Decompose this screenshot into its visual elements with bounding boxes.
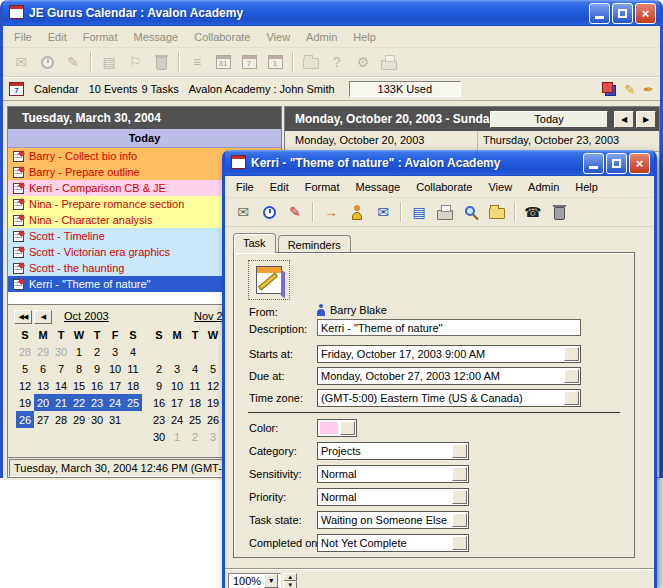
mailsend-button[interactable]: ✉ [371, 201, 395, 223]
calendar-day[interactable]: 29 [34, 343, 52, 360]
prev-year-button[interactable]: ◀◀ [14, 310, 32, 324]
calendar-day[interactable]: 17 [106, 377, 124, 394]
calendar-day[interactable]: 17 [168, 394, 186, 411]
calendar-day[interactable]: 29 [70, 411, 88, 428]
zoom-dropdown-button[interactable]: ▼ [264, 574, 278, 588]
calendar-day[interactable]: 10 [106, 360, 124, 377]
chevron-down-icon[interactable] [452, 536, 467, 550]
menu-item-format[interactable]: Format [75, 29, 126, 45]
forward-button[interactable]: → [319, 201, 343, 223]
calendar-day[interactable]: 3 [106, 343, 124, 360]
spin-up-button[interactable]: ▲ [283, 573, 297, 581]
chevron-down-icon[interactable] [452, 467, 467, 481]
menu-item-view[interactable]: View [258, 29, 298, 45]
spin-down-button[interactable]: ▼ [283, 581, 297, 588]
dialog-maximize-button[interactable] [606, 153, 627, 174]
zoom-control[interactable]: 100% ▼ [228, 573, 281, 588]
calendar-day[interactable]: 19 [204, 394, 222, 411]
dialog-titlebar[interactable]: Kerri - "Theme of nature" : Avalon Acade… [225, 150, 654, 176]
calendar-day[interactable]: 8 [70, 360, 88, 377]
calendar-day[interactable]: 11 [186, 377, 204, 394]
chevron-down-icon[interactable] [452, 513, 467, 527]
zoom-spinner[interactable]: ▲ ▼ [283, 573, 297, 588]
close-button[interactable]: × [635, 3, 656, 24]
calendar-day[interactable]: 4 [186, 360, 204, 377]
chevron-down-icon[interactable] [452, 444, 467, 458]
calendar-day[interactable]: 30 [88, 411, 106, 428]
envelope-button[interactable]: ✉ [231, 201, 255, 223]
color-dropdown[interactable] [317, 419, 357, 437]
tab-task[interactable]: Task [233, 233, 276, 253]
description-input[interactable]: Kerri - "Theme of nature" [317, 319, 581, 336]
calendar-day[interactable]: 12 [16, 377, 34, 394]
calendar-day[interactable]: 4 [124, 343, 142, 360]
prev-week-button[interactable]: ◀ [614, 111, 634, 128]
calendar-day[interactable]: 24 [106, 394, 124, 411]
calendar-day[interactable]: 21 [52, 394, 70, 411]
calendar-day[interactable]: 3 [204, 428, 222, 445]
menu-item-edit[interactable]: Edit [262, 179, 297, 195]
sensitivity-dropdown[interactable]: Normal [317, 465, 469, 483]
signature-pen-icon[interactable]: ✒ [643, 82, 654, 97]
clock-button[interactable] [257, 201, 281, 223]
chevron-down-icon[interactable] [564, 369, 579, 383]
calendar-day[interactable]: 30 [52, 343, 70, 360]
chevron-down-icon[interactable] [564, 391, 579, 405]
note-button[interactable]: ✎ [283, 201, 307, 223]
task-state-dropdown[interactable]: Waiting on Someone Else [317, 511, 469, 529]
calendar-day[interactable]: 14 [52, 377, 70, 394]
menu-item-message[interactable]: Message [126, 29, 187, 45]
next-week-button[interactable]: ▶ [636, 111, 656, 128]
today-button[interactable]: Today [490, 111, 608, 128]
prev-month-button[interactable]: ◀ [34, 310, 52, 324]
calendar-day[interactable]: 10 [168, 377, 186, 394]
calendar-day[interactable]: 5 [16, 360, 34, 377]
pencil-icon[interactable]: ✎ [624, 82, 635, 97]
calendar-day[interactable]: 31 [106, 411, 124, 428]
person-button[interactable] [345, 201, 369, 223]
dialog-close-button[interactable]: × [629, 153, 650, 174]
calendar-day[interactable]: 1 [168, 428, 186, 445]
calendar-day[interactable]: 7 [52, 360, 70, 377]
due-at-dropdown[interactable]: Monday, October 27, 2003 12:00 AM [317, 367, 581, 385]
calendar-day[interactable]: 13 [34, 377, 52, 394]
calendar-day[interactable]: 19 [16, 394, 34, 411]
calendar-day[interactable]: 9 [88, 360, 106, 377]
dialog-minimize-button[interactable] [583, 153, 604, 174]
calendar-day[interactable]: 20 [34, 394, 52, 411]
calendar-day[interactable]: 23 [150, 411, 168, 428]
menu-item-file[interactable]: File [228, 179, 262, 195]
menu-item-message[interactable]: Message [348, 179, 409, 195]
calendar-day[interactable]: 5 [204, 360, 222, 377]
calendar-day[interactable]: 25 [124, 394, 142, 411]
menu-item-admin[interactable]: Admin [520, 179, 567, 195]
menu-item-file[interactable]: File [6, 29, 40, 45]
calendar-day[interactable]: 25 [186, 411, 204, 428]
calendar-day[interactable]: 28 [52, 411, 70, 428]
calendar-day[interactable]: 16 [150, 394, 168, 411]
minimize-button[interactable] [589, 3, 610, 24]
menu-item-collaborate[interactable]: Collaborate [408, 179, 480, 195]
calendar-day[interactable]: 9 [150, 377, 168, 394]
calendar-day[interactable]: 15 [70, 377, 88, 394]
calendar-day[interactable]: 6 [34, 360, 52, 377]
calendar-day[interactable]: 24 [168, 411, 186, 428]
calendar-day[interactable]: 23 [88, 394, 106, 411]
calendar-day[interactable]: 2 [88, 343, 106, 360]
calendar-day[interactable]: 30 [150, 428, 168, 445]
calendar-day[interactable]: 16 [88, 377, 106, 394]
calendar-day[interactable]: 18 [124, 377, 142, 394]
chevron-down-icon[interactable] [564, 347, 579, 361]
menu-item-edit[interactable]: Edit [40, 29, 75, 45]
priority-dropdown[interactable]: Normal [317, 488, 469, 506]
menu-item-view[interactable]: View [480, 179, 520, 195]
calendar-day[interactable]: 11 [124, 360, 142, 377]
calendar-day[interactable]: 3 [168, 360, 186, 377]
print-button[interactable] [433, 201, 457, 223]
chevron-down-icon[interactable] [452, 490, 467, 504]
calendar-day[interactable]: 18 [186, 394, 204, 411]
completed-on-dropdown[interactable]: Not Yet Complete [317, 534, 469, 552]
calendar-day[interactable]: 27 [34, 411, 52, 428]
tab-reminders[interactable]: Reminders [278, 235, 351, 253]
calendar-day[interactable]: 12 [204, 377, 222, 394]
